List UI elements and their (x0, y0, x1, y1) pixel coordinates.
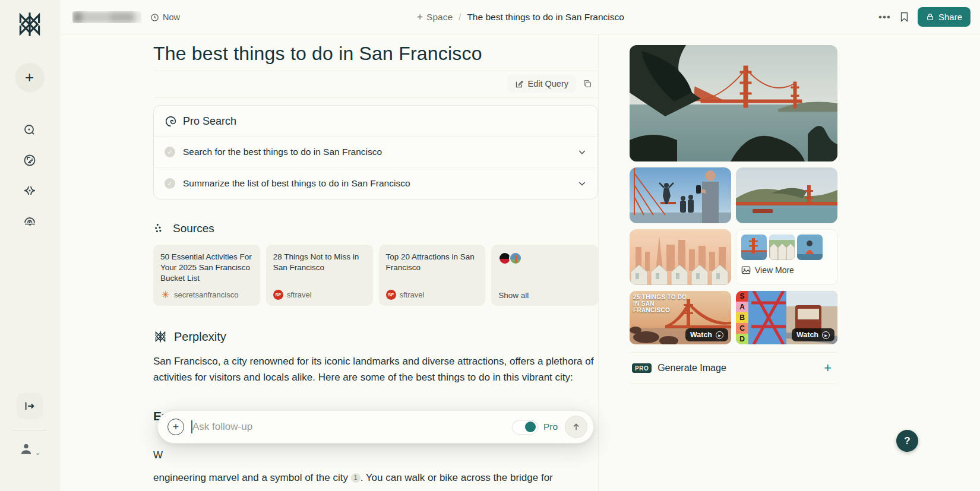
pro-toggle-label: Pro (543, 422, 558, 432)
step-label: Search for the best things to do in San … (183, 147, 570, 157)
more-options-button[interactable]: ••• (878, 11, 891, 23)
sources-header: Sources (153, 222, 598, 235)
source-card-2[interactable]: 28 Things Not to Miss in San Francisco S… (266, 245, 373, 306)
edit-query-button[interactable]: Edit Query (508, 75, 576, 93)
left-sidebar: + (0, 0, 59, 491)
clock-icon (150, 13, 159, 22)
pro-toggle[interactable]: Pro (512, 420, 558, 435)
attach-plus-icon[interactable]: + (167, 419, 184, 435)
pro-toggle-switch[interactable] (512, 420, 538, 435)
video-thumbnail-2[interactable]: S A B C D Watch ▶ (736, 291, 837, 344)
source-favicon (509, 252, 522, 265)
source-card-1[interactable]: 50 Essential Activities For Your 2025 Sa… (153, 245, 260, 306)
follow-up-input-wrap (192, 421, 512, 433)
step-label: Summarize the list of best things to do … (183, 178, 570, 189)
pro-search-step-1[interactable]: ✓ Search for the best things to do in Sa… (154, 137, 598, 168)
chevron-down-icon: ⌄ (35, 449, 40, 457)
painted-ladies-photo[interactable] (630, 229, 731, 285)
step-check-icon: ✓ (165, 178, 175, 189)
golden-gate-hero-photo[interactable] (630, 45, 837, 161)
query-toolbar: Edit Query (153, 71, 598, 98)
follow-up-bar: + Pro (157, 410, 594, 444)
profile-menu-button[interactable]: ⌄ (18, 441, 40, 457)
source-title: Top 20 Attractions in San Francisco (386, 252, 479, 273)
source-meta: SF sftravel (273, 290, 366, 300)
breadcrumb: Space / The best things to do in San Fra… (416, 12, 624, 23)
source-title: 28 Things Not to Miss in San Francisco (273, 252, 366, 273)
library-icon[interactable] (22, 213, 37, 229)
bridge-hills-photo[interactable] (736, 167, 837, 223)
thumb-traveler (797, 235, 823, 260)
spaces-icon[interactable] (22, 183, 37, 198)
share-button[interactable]: Share (918, 7, 970, 27)
sources-dots-icon (153, 222, 166, 235)
perplexity-logo-icon[interactable] (15, 9, 45, 39)
thread-author-redacted (72, 11, 141, 23)
play-icon: ▶ (716, 331, 723, 339)
follow-up-input[interactable] (192, 421, 512, 433)
occluded-text-line: W (153, 449, 598, 461)
pro-search-swirl-icon (165, 115, 177, 128)
watch-button[interactable]: Watch ▶ (685, 328, 728, 341)
sources-grid: 50 Essential Activities For Your 2025 Sa… (153, 245, 598, 306)
generate-image-label: Generate Image (657, 363, 818, 373)
source-meta: SF sftravel (386, 290, 479, 300)
answer-bottom-line: engineering marvel and a symbol of the c… (153, 470, 598, 486)
user-avatar-icon (18, 441, 34, 457)
generate-image-row[interactable]: PRO Generate Image + (630, 352, 837, 384)
top-bar: Now Space / The best things to do in San… (60, 0, 980, 34)
sidebar-nav (22, 122, 37, 229)
submit-arrow-button[interactable] (565, 416, 587, 438)
expand-sidebar-button[interactable] (17, 393, 43, 419)
pro-search-header: Pro Search (154, 106, 598, 137)
new-thread-button[interactable]: + (15, 63, 44, 91)
show-all-sources-card[interactable]: Show all (491, 245, 598, 306)
thumb-bridge (741, 235, 767, 260)
secretsanfrancisco-favicon: ✳ (160, 290, 170, 300)
perplexity-app-window: + (0, 0, 980, 491)
video-thumbnail-1[interactable]: 25 things to do in San Francisco Watch ▶ (630, 291, 731, 344)
video-title-overlay: 25 things to do in San Francisco (633, 294, 690, 313)
breadcrumb-separator: / (459, 12, 461, 23)
view-more-card[interactable]: View More (736, 229, 837, 285)
sftravel-favicon: SF (386, 290, 396, 300)
text-caret (191, 420, 192, 433)
selfie-photo[interactable] (630, 167, 731, 223)
media-row-videos: 25 things to do in San Francisco Watch ▶ (630, 291, 837, 344)
add-to-space-button[interactable]: Space (416, 12, 453, 23)
media-panel: View More 25 things to do in San Francis… (630, 45, 837, 384)
chevron-down-icon[interactable] (577, 147, 587, 157)
media-row-2 (630, 167, 837, 223)
edit-pencil-icon (515, 80, 524, 88)
lock-icon (926, 12, 934, 21)
pro-search-panel: Pro Search ✓ Search for the best things … (153, 105, 598, 199)
show-all-label: Show all (498, 291, 591, 300)
discover-globe-icon[interactable] (22, 153, 37, 168)
help-button[interactable]: ? (896, 430, 918, 452)
step-check-icon: ✓ (165, 147, 175, 157)
answer-header: Perplexity (153, 330, 598, 344)
perplexity-answer-icon (153, 330, 167, 344)
pro-badge: PRO (632, 363, 652, 373)
breadcrumb-thread-title[interactable]: The best things to do in San Francisco (467, 12, 624, 23)
answer-paragraph: San Francisco, a city renowned for its i… (153, 353, 598, 385)
sidebar-bottom: ⌄ (0, 393, 59, 491)
search-icon[interactable] (22, 122, 37, 138)
watch-button[interactable]: Watch ▶ (792, 328, 834, 341)
source-title: 50 Essential Activities For Your 2025 Sa… (160, 252, 253, 284)
generate-plus-icon[interactable]: + (824, 360, 835, 376)
citation-badge[interactable]: 1 (351, 473, 361, 483)
play-icon: ▶ (822, 331, 830, 339)
sidebar-divider (13, 430, 46, 430)
bookmark-icon[interactable] (899, 11, 909, 23)
pro-search-step-2[interactable]: ✓ Summarize the list of best things to d… (154, 168, 598, 199)
view-more-thumbnails (741, 235, 832, 260)
source-card-3[interactable]: Top 20 Attractions in San Francisco SF s… (379, 245, 486, 306)
video2-letter-strip: S A B C D (736, 291, 748, 344)
source-favicon-stack (498, 252, 591, 265)
chevron-down-icon[interactable] (577, 179, 587, 188)
plus-icon (416, 13, 423, 21)
image-icon (741, 266, 751, 274)
copy-query-icon[interactable] (583, 79, 592, 88)
view-more-button[interactable]: View More (741, 265, 832, 275)
